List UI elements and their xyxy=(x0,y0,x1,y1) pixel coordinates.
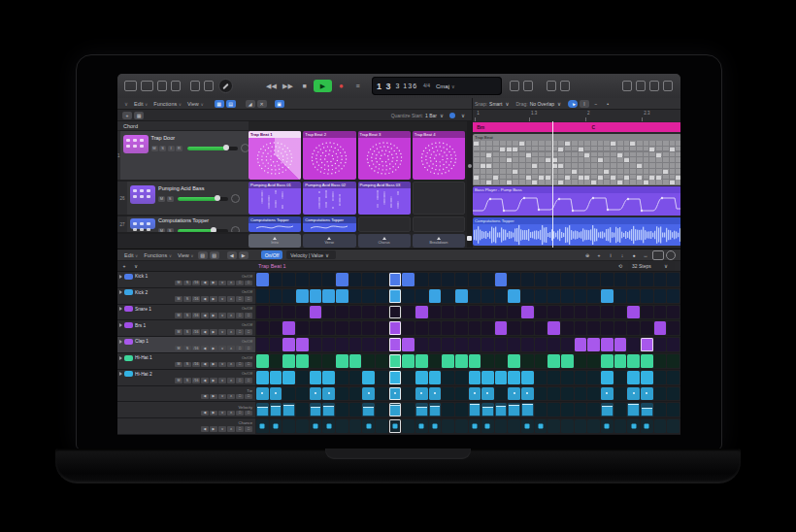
step-modifier-cell[interactable] xyxy=(296,403,309,416)
step-cell[interactable] xyxy=(627,338,640,351)
step-cell[interactable] xyxy=(535,289,547,303)
step-cell[interactable] xyxy=(349,321,362,335)
step-cell[interactable] xyxy=(336,338,348,351)
seq-menu-view[interactable]: View ∨ xyxy=(178,252,194,258)
step-modifier-cell[interactable] xyxy=(575,419,587,433)
subrow-rotate-left-icon[interactable]: ◀ xyxy=(201,394,209,400)
row-rotate-left-icon[interactable]: ◀ xyxy=(201,313,209,318)
ll-menu-edit[interactable]: Edit ∨ xyxy=(134,101,148,107)
step-cell[interactable] xyxy=(336,273,348,286)
step-cell[interactable] xyxy=(429,321,442,335)
step-cell[interactable] xyxy=(654,289,667,303)
seq-add-icon[interactable]: + xyxy=(594,251,604,259)
step-cell[interactable] xyxy=(495,321,508,335)
step-cell[interactable] xyxy=(296,338,309,351)
seq-record-icon[interactable]: ● xyxy=(629,251,639,259)
lcd-key-dropdown-icon[interactable]: ∨ xyxy=(451,83,455,89)
seq-menu-functions[interactable]: Functions ∨ xyxy=(144,252,172,258)
seq-menu-edit[interactable]: Edit ∨ xyxy=(124,252,138,258)
step-cell[interactable] xyxy=(402,306,415,319)
library-icon[interactable] xyxy=(124,81,137,91)
step-cell[interactable] xyxy=(495,354,508,368)
step-modifier-cell[interactable] xyxy=(349,387,362,401)
step-cell[interactable] xyxy=(442,354,454,368)
step-cell[interactable] xyxy=(256,273,269,286)
pan-knob[interactable] xyxy=(231,226,240,232)
row-header[interactable]: Snare 1On/OffMS/16◀▶∨∧□□ xyxy=(117,305,255,320)
play-button[interactable]: ▶ xyxy=(314,80,332,92)
step-cell[interactable] xyxy=(415,371,428,384)
step-cell[interactable] xyxy=(469,321,481,335)
disclosure-triangle-icon[interactable] xyxy=(119,290,122,294)
step-cell[interactable] xyxy=(654,338,667,351)
step-modifier-cell[interactable] xyxy=(362,387,375,401)
solo-button[interactable]: S xyxy=(167,228,174,233)
step-cell[interactable] xyxy=(547,321,560,335)
step-modifier-cell[interactable] xyxy=(627,419,640,433)
step-modifier-cell[interactable] xyxy=(389,419,402,433)
step-cell[interactable] xyxy=(322,321,335,335)
row-decrement-icon[interactable]: ∨ xyxy=(218,346,226,351)
step-modifier-cell[interactable] xyxy=(376,419,388,433)
step-cell[interactable] xyxy=(614,338,627,351)
step-cell[interactable] xyxy=(654,306,667,319)
scene-trigger-1[interactable]: Intro xyxy=(249,234,301,248)
browsers-icon[interactable] xyxy=(663,81,673,91)
step-cell[interactable] xyxy=(376,354,388,368)
step-cell[interactable] xyxy=(310,371,322,384)
step-cell[interactable] xyxy=(336,306,348,319)
scene-trigger-3[interactable]: Chorus xyxy=(358,234,411,248)
step-cell[interactable] xyxy=(508,371,520,384)
step-cell[interactable] xyxy=(508,354,520,368)
step-cell[interactable] xyxy=(322,306,335,319)
step-modifier-cell[interactable] xyxy=(389,387,402,401)
row-rotate-left-icon[interactable]: ◀ xyxy=(201,329,209,335)
disclosure-triangle-icon[interactable] xyxy=(119,323,122,327)
step-cell[interactable] xyxy=(627,354,640,368)
quick-sampler-button[interactable] xyxy=(218,79,233,93)
step-cell[interactable] xyxy=(256,371,269,384)
step-cell[interactable] xyxy=(256,321,269,335)
step-modifier-cell[interactable] xyxy=(508,419,520,433)
step-cell[interactable] xyxy=(310,354,322,368)
row-mute-button[interactable]: M xyxy=(175,378,182,383)
step-cell[interactable] xyxy=(362,354,375,368)
subrow-increment-icon[interactable]: ∧ xyxy=(227,426,235,432)
step-cell[interactable] xyxy=(547,338,560,351)
disclosure-triangle-icon[interactable] xyxy=(119,275,122,279)
step-modifier-cell[interactable] xyxy=(561,387,574,401)
step-cell[interactable] xyxy=(376,371,388,384)
step-cell[interactable] xyxy=(535,306,547,319)
step-cell[interactable] xyxy=(349,371,362,384)
subrow-option-a-icon[interactable]: □ xyxy=(236,411,244,416)
row-solo-button[interactable]: S xyxy=(183,313,191,318)
row-option-a-icon[interactable]: □ xyxy=(236,362,244,368)
count-in-icon[interactable] xyxy=(523,81,533,91)
step-cell[interactable] xyxy=(310,338,322,351)
step-cell[interactable] xyxy=(376,306,388,319)
step-cell[interactable] xyxy=(256,306,269,319)
step-cell[interactable] xyxy=(310,273,322,286)
step-cell[interactable] xyxy=(521,321,534,335)
track-row-1[interactable]: 1Trap DoorMSIR xyxy=(117,131,249,180)
step-cell[interactable] xyxy=(667,338,680,351)
step-cell[interactable] xyxy=(362,338,375,351)
row-option-a-icon[interactable]: □ xyxy=(236,313,244,318)
step-cell[interactable] xyxy=(389,354,402,368)
master-volume-icon[interactable] xyxy=(560,81,570,91)
row-rotate-right-icon[interactable]: ▶ xyxy=(210,362,217,368)
step-modifier-cell[interactable] xyxy=(587,387,600,401)
step-cell[interactable] xyxy=(561,273,574,286)
step-cell[interactable] xyxy=(322,371,335,384)
step-modifier-cell[interactable] xyxy=(667,387,680,401)
step-modifier-cell[interactable] xyxy=(442,403,454,416)
step-cell[interactable] xyxy=(535,338,547,351)
quantize-start-value[interactable]: 1 Bar xyxy=(425,113,437,118)
step-cell[interactable] xyxy=(362,371,375,384)
row-solo-button[interactable]: S xyxy=(183,296,191,302)
step-modifier-cell[interactable] xyxy=(429,419,442,433)
loop-cell-empty[interactable] xyxy=(358,216,411,232)
row-option-a-icon[interactable]: □ xyxy=(236,346,244,351)
row-decrement-icon[interactable]: ∨ xyxy=(218,281,226,286)
step-cell[interactable] xyxy=(322,289,335,303)
